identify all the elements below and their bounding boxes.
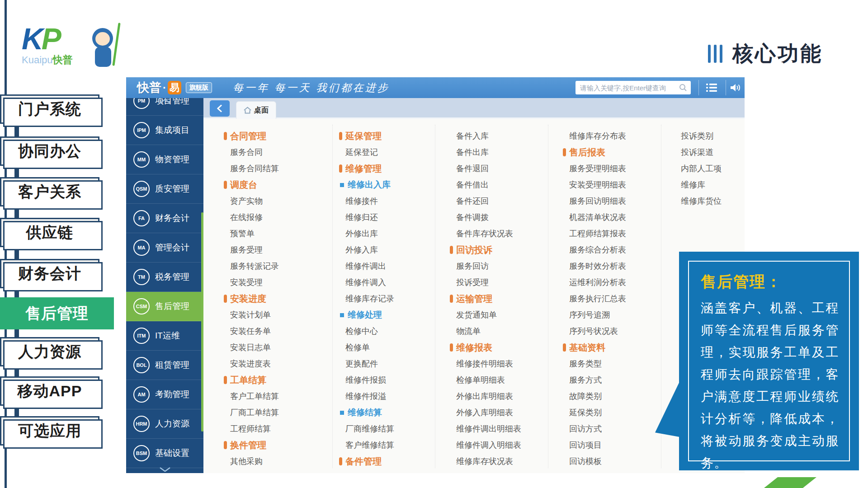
menu-item-回访方式[interactable]: 回访方式 bbox=[563, 423, 602, 434]
search-icon[interactable] bbox=[679, 84, 687, 92]
menu-item-服务综合分析表[interactable]: 服务综合分析表 bbox=[563, 244, 626, 255]
sidebar-item-售后管理[interactable]: 售后管理 bbox=[0, 297, 114, 329]
module-item-售后管理[interactable]: CSM售后管理 bbox=[126, 292, 203, 321]
menu-item-安装任务单[interactable]: 安装任务单 bbox=[224, 326, 271, 337]
menu-item-服务转派记录[interactable]: 服务转派记录 bbox=[224, 261, 279, 272]
menu-item-工程师结算报表[interactable]: 工程师结算报表 bbox=[563, 228, 626, 239]
menu-item-在线报修[interactable]: 在线报修 bbox=[224, 212, 263, 223]
menu-item-维修库存状况表[interactable]: 维修库存状况表 bbox=[450, 456, 513, 467]
menu-item-备件还回[interactable]: 备件还回 bbox=[450, 196, 489, 206]
menu-item-外修出库明细表[interactable]: 外修出库明细表 bbox=[450, 391, 513, 402]
menu-item-服务受理明细表[interactable]: 服务受理明细表 bbox=[563, 163, 626, 174]
menu-item-服务方式[interactable]: 服务方式 bbox=[563, 375, 602, 385]
menu-item-回访模板[interactable]: 回访模板 bbox=[563, 456, 602, 467]
speaker-icon[interactable] bbox=[730, 82, 742, 94]
menu-item-备件调拨[interactable]: 备件调拨 bbox=[450, 212, 489, 223]
sidebar-scrollbar[interactable] bbox=[201, 212, 203, 432]
menu-item-发货通知单[interactable]: 发货通知单 bbox=[450, 310, 497, 320]
module-item-IT运维[interactable]: ITMIT运维 bbox=[126, 321, 203, 351]
menu-item-维修件报溢[interactable]: 维修件报溢 bbox=[339, 391, 386, 402]
menu-item-机器清单状况表[interactable]: 机器清单状况表 bbox=[563, 212, 626, 223]
tab-desktop[interactable]: 桌面 bbox=[236, 101, 276, 119]
menu-item-备件出库[interactable]: 备件出库 bbox=[450, 147, 489, 158]
module-item-租赁管理[interactable]: BOL租赁管理 bbox=[126, 351, 203, 380]
menu-item-外修出库[interactable]: 外修出库 bbox=[339, 228, 378, 239]
menu-item-检修中心[interactable]: 检修中心 bbox=[339, 326, 378, 337]
menu-item-客户维修结算[interactable]: 客户维修结算 bbox=[339, 440, 394, 450]
menu-item-维修库[interactable]: 维修库 bbox=[675, 179, 705, 190]
menu-item-服务受理[interactable]: 服务受理 bbox=[224, 244, 263, 255]
sidebar-item-门户系统[interactable]: 门户系统 bbox=[0, 94, 99, 124]
menu-item-服务回访明细表[interactable]: 服务回访明细表 bbox=[563, 196, 626, 206]
sidebar-item-供应链[interactable]: 供应链 bbox=[0, 218, 99, 247]
menu-item-维修件调出[interactable]: 维修件调出 bbox=[339, 261, 386, 272]
menu-item-其他采购[interactable]: 其他采购 bbox=[224, 456, 263, 467]
module-item-管理会计[interactable]: MA管理会计 bbox=[126, 233, 203, 263]
list-icon[interactable] bbox=[705, 82, 718, 94]
back-button[interactable] bbox=[210, 100, 230, 117]
menu-item-维修件报损[interactable]: 维修件报损 bbox=[339, 375, 386, 385]
menu-item-序列号追溯[interactable]: 序列号追溯 bbox=[563, 310, 610, 320]
module-item-集成项目[interactable]: IPM集成项目 bbox=[126, 116, 203, 145]
menu-item-安装受理[interactable]: 安装受理 bbox=[224, 277, 263, 288]
sidebar-item-协同办公[interactable]: 协同办公 bbox=[0, 136, 99, 166]
menu-item-维修库存分布表[interactable]: 维修库存分布表 bbox=[563, 131, 626, 141]
menu-item-投诉受理[interactable]: 投诉受理 bbox=[450, 277, 489, 288]
menu-item-外修入库明细表[interactable]: 外修入库明细表 bbox=[450, 407, 513, 418]
module-item-财务会计[interactable]: FA财务会计 bbox=[126, 204, 203, 233]
search-input[interactable] bbox=[576, 84, 679, 92]
menu-item-外修入库[interactable]: 外修入库 bbox=[339, 244, 378, 255]
menu-item-检修单[interactable]: 检修单 bbox=[339, 342, 370, 353]
sidebar-item-移动APP[interactable]: 移动APP bbox=[0, 376, 99, 406]
menu-item-预警单[interactable]: 预警单 bbox=[224, 228, 255, 239]
menu-item-备件入库[interactable]: 备件入库 bbox=[450, 131, 489, 141]
menu-item-服务执行汇总表[interactable]: 服务执行汇总表 bbox=[563, 293, 626, 304]
menu-item-厂商工单结算[interactable]: 厂商工单结算 bbox=[224, 407, 279, 418]
menu-item-工程师结算[interactable]: 工程师结算 bbox=[224, 423, 271, 434]
menu-item-服务合同[interactable]: 服务合同 bbox=[224, 147, 263, 158]
menu-item-运维利润分析表[interactable]: 运维利润分析表 bbox=[563, 277, 626, 288]
menu-item-检修单明细表[interactable]: 检修单明细表 bbox=[450, 375, 505, 385]
menu-item-内部人工项[interactable]: 内部人工项 bbox=[675, 163, 722, 174]
menu-item-维修归还[interactable]: 维修归还 bbox=[339, 212, 378, 223]
menu-item-延保登记[interactable]: 延保登记 bbox=[339, 147, 378, 158]
menu-item-维修件调出明细表[interactable]: 维修件调出明细表 bbox=[450, 423, 521, 434]
menu-item-投诉类别[interactable]: 投诉类别 bbox=[675, 131, 713, 141]
menu-item-厂商维修结算[interactable]: 厂商维修结算 bbox=[339, 423, 394, 434]
module-item-物资管理[interactable]: MM物资管理 bbox=[126, 145, 203, 174]
menu-item-服务回访[interactable]: 服务回访 bbox=[450, 261, 489, 272]
menu-item-服务类型[interactable]: 服务类型 bbox=[563, 358, 602, 369]
menu-item-维修库存记录[interactable]: 维修库存记录 bbox=[339, 293, 394, 304]
menu-item-延保类别[interactable]: 延保类别 bbox=[563, 407, 602, 418]
search-box[interactable] bbox=[576, 81, 691, 94]
menu-item-维修库货位[interactable]: 维修库货位 bbox=[675, 196, 722, 206]
sidebar-item-人力资源[interactable]: 人力资源 bbox=[0, 337, 99, 366]
menu-item-服务合同结算[interactable]: 服务合同结算 bbox=[224, 163, 279, 174]
menu-item-物流单[interactable]: 物流单 bbox=[450, 326, 481, 337]
module-item-税务管理[interactable]: TM税务管理 bbox=[126, 263, 203, 292]
menu-item-安装计划单[interactable]: 安装计划单 bbox=[224, 310, 271, 320]
menu-item-安装进度表[interactable]: 安装进度表 bbox=[224, 358, 271, 369]
menu-item-备件借出[interactable]: 备件借出 bbox=[450, 179, 489, 190]
menu-item-资产实物[interactable]: 资产实物 bbox=[224, 196, 263, 206]
sidebar-item-客户关系[interactable]: 客户关系 bbox=[0, 177, 99, 206]
menu-item-备件库存状况表[interactable]: 备件库存状况表 bbox=[450, 228, 513, 239]
menu-item-序列号状况表[interactable]: 序列号状况表 bbox=[563, 326, 618, 337]
menu-item-客户工单结算[interactable]: 客户工单结算 bbox=[224, 391, 279, 402]
menu-item-故障类别[interactable]: 故障类别 bbox=[563, 391, 602, 402]
menu-item-维修接件[interactable]: 维修接件 bbox=[339, 196, 378, 206]
menu-item-维修件调入[interactable]: 维修件调入 bbox=[339, 277, 386, 288]
menu-item-备件退回[interactable]: 备件退回 bbox=[450, 163, 489, 174]
chevron-down-icon[interactable] bbox=[126, 467, 203, 472]
module-item-考勤管理[interactable]: AM考勤管理 bbox=[126, 380, 203, 409]
menu-item-维修接件明细表[interactable]: 维修接件明细表 bbox=[450, 358, 513, 369]
module-item-基础设置[interactable]: BSM基础设置 bbox=[126, 439, 203, 468]
menu-item-回访项目[interactable]: 回访项目 bbox=[563, 440, 602, 450]
sidebar-item-财务会计[interactable]: 财务会计 bbox=[0, 259, 99, 288]
module-item-质安管理[interactable]: QSM质安管理 bbox=[126, 174, 203, 204]
sidebar-item-可选应用[interactable]: 可选应用 bbox=[0, 416, 99, 446]
menu-item-投诉渠道[interactable]: 投诉渠道 bbox=[675, 147, 713, 158]
menu-item-安装受理明细表[interactable]: 安装受理明细表 bbox=[563, 179, 626, 190]
menu-item-更换配件[interactable]: 更换配件 bbox=[339, 358, 378, 369]
menu-item-服务时效分析表[interactable]: 服务时效分析表 bbox=[563, 261, 626, 272]
